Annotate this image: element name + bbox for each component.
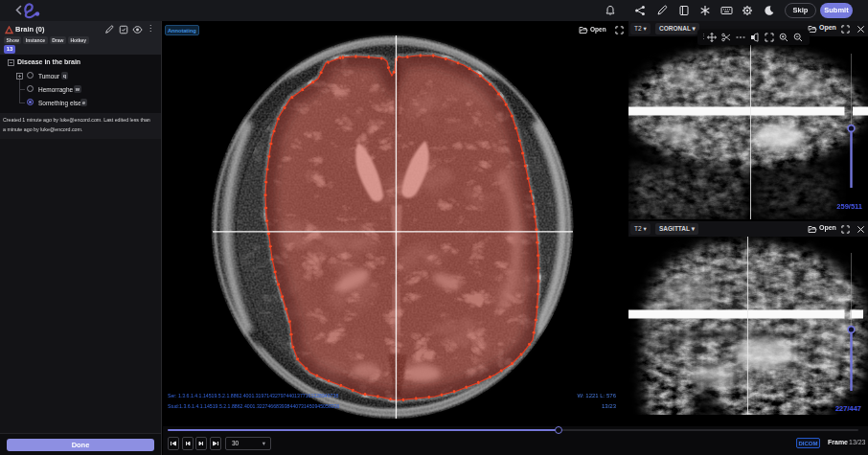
- svg-text:259/511: 259/511: [836, 202, 862, 211]
- svg-text:227/447: 227/447: [835, 404, 861, 413]
